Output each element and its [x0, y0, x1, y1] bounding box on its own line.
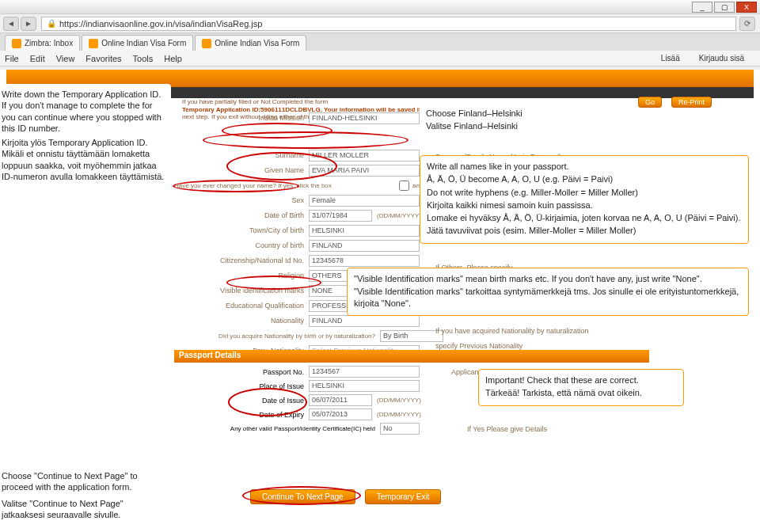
callout-dates: Important! Check that these are correct.… [478, 369, 684, 406]
close-button[interactable]: X [736, 2, 757, 13]
menu-tools[interactable]: Tools [133, 54, 154, 63]
dob-field[interactable]: 31/07/1984 [309, 210, 372, 222]
highlight-tempid [203, 131, 408, 149]
tab-visa-1[interactable]: Online Indian Visa Form [82, 35, 193, 51]
tab-visa-2[interactable]: Online Indian Visa Form [195, 35, 306, 51]
menu-edit[interactable]: Edit [30, 54, 45, 63]
passport-title: Passport Details [174, 350, 649, 363]
sex-label: Sex [174, 196, 309, 204]
callout-text: Lomake ei hyväksy Å, Ä, Ö, Ü-kirjaimia, … [427, 212, 742, 223]
tab-icon [202, 39, 211, 48]
minimize-button[interactable]: _ [692, 2, 712, 13]
callout-text: Å, Ä, Ö, Ü become A, A, O, U (e.g. Päivi… [427, 173, 742, 184]
callout-text: Write down the Temporary Application ID.… [2, 89, 165, 134]
name-change-checkbox[interactable] [399, 180, 409, 191]
callout-continue: Choose "Continue to Next Page" to procee… [0, 466, 171, 526]
highlight-continue [242, 486, 361, 505]
highlight-changeq [173, 180, 299, 192]
natq-label: Did you acquire Nationality by birth or … [174, 332, 380, 340]
callout-text: Important! Check that these are correct. [485, 374, 677, 386]
browser-chrome: _ ▢ X ◄ ► 🔒https://indianvisaonline.gov.… [0, 0, 760, 79]
doi-field[interactable]: 06/07/2011 [309, 394, 372, 406]
titlebar: _ ▢ X [0, 0, 760, 14]
address-bar: ◄ ► 🔒https://indianvisaonline.gov.in/vis… [0, 14, 760, 33]
menu-file[interactable]: File [5, 54, 19, 63]
tab-icon [12, 39, 21, 48]
mission-field[interactable]: FINLAND-HELSINKI [309, 112, 420, 124]
callout-text: Choose Finland–Helsinki [426, 108, 556, 119]
callout-marks: "Visible Identification marks" mean birt… [347, 268, 749, 316]
refresh-icon[interactable]: ⟳ [739, 17, 755, 31]
nat-field[interactable]: FINLAND [309, 315, 420, 327]
country-field[interactable]: FINLAND [309, 240, 420, 252]
callout-text: Do not write hyphens (e.g. Miller-Moller… [427, 187, 742, 198]
edu-label: Educational Qualification [174, 302, 309, 310]
nid-label: Citizenship/National Id No. [174, 256, 309, 264]
callout-text: "Visible Identification marks" tarkoitta… [354, 286, 742, 309]
tab-label: Zimbra: Inbox [25, 39, 73, 48]
town-field[interactable]: HELSINKI [309, 225, 420, 237]
callout-text: Kirjoita ylös Temporary Application ID. … [2, 137, 165, 182]
callout-names: Write all names like in your passport. Å… [420, 155, 749, 244]
highlight-names [226, 152, 337, 180]
passno-field[interactable]: 1234567 [309, 366, 420, 378]
go-button[interactable]: Go [638, 97, 662, 108]
nat-label: Nationality [174, 317, 309, 325]
highlight-dates [228, 388, 307, 416]
tab-icon [89, 39, 98, 48]
callout-text: Tärkeää! Tarkista, että nämä ovat oikein… [485, 387, 677, 398]
tab-bar: Zimbra: Inbox Online Indian Visa Form On… [0, 33, 760, 51]
callout-text: Valitse "Continue to Next Page" jatkaaks… [2, 498, 165, 521]
country-label: Country of birth [174, 241, 309, 249]
reprint-button[interactable]: Re-Print [671, 97, 712, 108]
callout-text: Kirjoita kaikki nimesi samoin kuin passi… [427, 200, 742, 211]
tab-label: Online Indian Visa Form [215, 39, 299, 48]
url-text: https://indianvisaonline.gov.in/visa/ind… [59, 19, 262, 28]
lock-icon: 🔒 [47, 19, 56, 28]
menu-bar: File Edit View Favorites Tools Help Lisä… [0, 51, 760, 66]
top-buttons: Go Re-Print [633, 97, 716, 108]
toolbar-login[interactable]: Kirjaudu sisä [699, 54, 744, 63]
callout-text: "Visible Identification marks" mean birt… [354, 273, 742, 284]
temp-exit-button[interactable]: Temporary Exit [365, 489, 442, 504]
menu-favorites[interactable]: Favorites [86, 54, 121, 63]
town-label: Town/City of birth [174, 226, 309, 234]
tab-zimbra[interactable]: Zimbra: Inbox [5, 35, 80, 51]
menu-view[interactable]: View [56, 54, 75, 63]
otherpass-label: Any other valid Passport/identity Certif… [174, 425, 380, 432]
dob-format: (DD/MM/YYYY) [377, 212, 421, 219]
toolbar-add[interactable]: Lisää [661, 54, 680, 63]
menu-help[interactable]: Help [164, 54, 182, 63]
forward-icon[interactable]: ► [21, 17, 36, 31]
otherpass-field[interactable]: No [380, 423, 420, 435]
mission-label: Indian Mission [174, 114, 309, 122]
otherpass-hint: If Yes Please give Details [467, 425, 547, 433]
callout-text: Write all names like in your passport. [427, 161, 742, 172]
callout-mission: Choose Finland–Helsinki Valitse Finland–… [420, 103, 562, 139]
maximize-button[interactable]: ▢ [714, 2, 735, 13]
highlight-marks [226, 276, 321, 290]
callout-text: Valitse Finland–Helsinki [426, 120, 556, 131]
poi-label: Place of Issue [174, 382, 309, 390]
callout-tempid: Write down the Temporary Application ID.… [0, 84, 171, 188]
passno-label: Passport No. [174, 368, 309, 376]
callout-text: Jätä tavuviivat pois (esim. Miller-Molle… [427, 225, 742, 236]
poi-field[interactable]: HELSINKI [309, 380, 420, 392]
doe-field[interactable]: 05/07/2013 [309, 408, 372, 420]
doi-format: (DD/MM/YYYY) [377, 397, 421, 404]
callout-text: Choose "Continue to Next Page" to procee… [2, 470, 165, 493]
tab-label: Online Indian Visa Form [101, 39, 186, 48]
natq-field[interactable]: By Birth [380, 330, 443, 342]
nid-field[interactable]: 12345678 [309, 255, 420, 267]
sex-field[interactable]: Female [309, 195, 420, 207]
doe-format: (DD/MM/YYYY) [377, 411, 421, 418]
url-field[interactable]: 🔒https://indianvisaonline.gov.in/visa/in… [41, 17, 736, 31]
dob-label: Date of Birth [174, 211, 309, 219]
back-icon[interactable]: ◄ [3, 17, 19, 31]
